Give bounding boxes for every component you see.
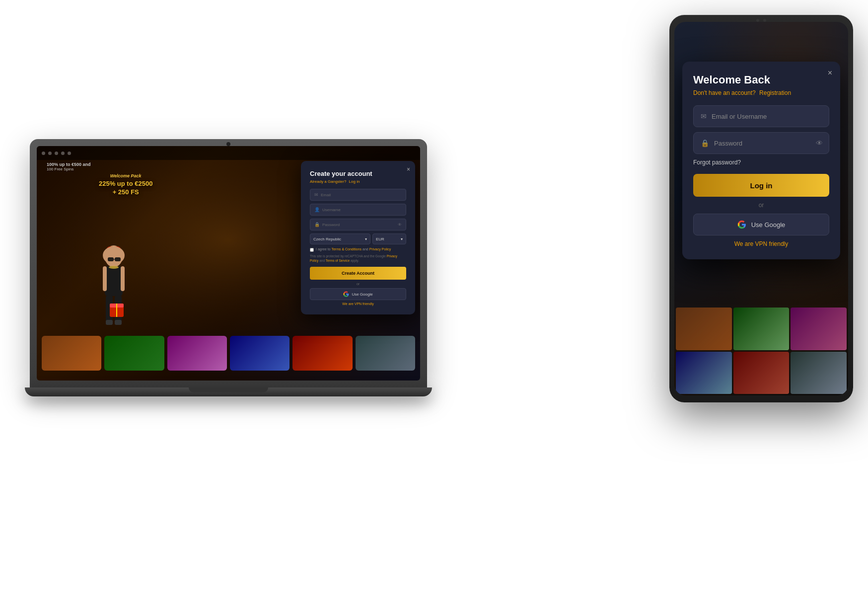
tablet-register-link[interactable]: Registration bbox=[759, 89, 791, 96]
terms-checkbox[interactable] bbox=[310, 248, 314, 252]
banner-line1: 100% up to €500 and bbox=[47, 162, 91, 167]
svg-rect-4 bbox=[103, 266, 107, 291]
svg-rect-8 bbox=[106, 320, 113, 325]
dont-have-account-text: Don't have an account? bbox=[693, 89, 756, 96]
game-thumb-5 bbox=[292, 336, 352, 371]
tablet-password-input[interactable]: 🔒 Password 👁 bbox=[693, 132, 829, 154]
tablet-screen: Welcome Back Don't have an account? Regi… bbox=[674, 22, 848, 395]
tablet-password-placeholder: Password bbox=[714, 140, 822, 147]
banner-line2: 100 Free Spins bbox=[47, 167, 91, 171]
character-svg bbox=[84, 241, 144, 341]
country-chevron-icon: ▾ bbox=[365, 237, 367, 241]
laptop-username-input[interactable]: 👤 Username bbox=[310, 204, 406, 216]
game-thumb-4 bbox=[230, 336, 289, 371]
laptop-email-input[interactable]: ✉ Email bbox=[310, 189, 406, 201]
laptop-or-divider: or bbox=[310, 282, 406, 286]
svg-rect-14 bbox=[108, 257, 114, 261]
laptop-recaptcha-notice: This site is protected by reCAPTCHA and … bbox=[310, 254, 406, 263]
welcome-pack-area: Welcome Pack 225% up to €2500+ 250 FS bbox=[99, 173, 152, 197]
svg-point-13 bbox=[109, 266, 119, 269]
already-text: Already a Gangster? bbox=[310, 179, 346, 184]
tablet-thumb-6 bbox=[791, 352, 847, 394]
tablet-thumb-5 bbox=[733, 352, 790, 394]
nav-dot-4 bbox=[61, 152, 65, 155]
nav-dot-2 bbox=[48, 152, 52, 155]
tablet-modal-close-button[interactable]: × bbox=[828, 69, 832, 77]
tablet-google-label: Use Google bbox=[751, 221, 786, 229]
tablet-google-logo-icon bbox=[737, 220, 746, 229]
tablet-thumb-4 bbox=[676, 352, 732, 394]
tablet-lock-icon: 🔒 bbox=[701, 139, 709, 147]
email-icon: ✉ bbox=[314, 192, 318, 197]
tablet-eye-icon[interactable]: 👁 bbox=[816, 139, 823, 147]
tablet-email-icon: ✉ bbox=[701, 112, 707, 120]
tablet-email-placeholder: Email or Username bbox=[712, 113, 767, 120]
nav-dot-5 bbox=[68, 152, 71, 155]
tablet-vpn-text: We are VPN friendly bbox=[693, 240, 829, 247]
laptop-character bbox=[84, 241, 144, 341]
laptop-vpn-text: We are VPN friendly bbox=[310, 302, 406, 306]
laptop-modal-title: Create your account bbox=[310, 170, 406, 177]
tablet-game-thumbs bbox=[674, 306, 848, 395]
laptop-google-button[interactable]: Use Google bbox=[310, 288, 406, 300]
currency-value: EUR bbox=[376, 237, 384, 241]
privacy-policy-link[interactable]: Privacy Policy bbox=[369, 247, 391, 251]
lock-icon: 🔒 bbox=[314, 222, 320, 227]
tablet-thumb-2 bbox=[733, 308, 790, 350]
tablet-google-button[interactable]: Use Google bbox=[693, 214, 829, 235]
svg-rect-9 bbox=[115, 320, 122, 325]
laptop-login-link[interactable]: Log in bbox=[349, 179, 360, 184]
tablet-device: Welcome Back Don't have an account? Regi… bbox=[669, 15, 853, 402]
tablet-modal-title: Welcome Back bbox=[693, 74, 829, 86]
laptop-modal-close-button[interactable]: × bbox=[407, 166, 410, 173]
welcome-pack-label: Welcome Pack bbox=[99, 173, 152, 178]
terms-text: I agree to Terms & Conditions and Privac… bbox=[316, 247, 391, 251]
tablet-modal-subtitle: Don't have an account? Registration bbox=[693, 89, 829, 96]
svg-rect-15 bbox=[115, 257, 121, 261]
nav-dot-3 bbox=[55, 152, 58, 155]
svg-point-2 bbox=[103, 246, 125, 264]
laptop-camera bbox=[226, 142, 230, 146]
email-placeholder: Email bbox=[321, 193, 331, 197]
laptop-password-input[interactable]: 🔒 Password 👁 bbox=[310, 219, 406, 231]
tablet-thumb-1 bbox=[676, 308, 732, 350]
game-thumb-3 bbox=[167, 336, 227, 371]
laptop-body: 100% up to €500 and 100 Free Spins Welco… bbox=[30, 139, 427, 387]
tablet-or-divider: or bbox=[693, 202, 829, 209]
google-logo-icon bbox=[343, 291, 349, 297]
currency-chevron-icon: ▾ bbox=[401, 237, 403, 241]
laptop-nav bbox=[37, 146, 420, 160]
tablet-thumb-3 bbox=[791, 308, 847, 350]
svg-rect-3 bbox=[105, 266, 123, 296]
laptop-modal-subtitle: Already a Gangster? Log in bbox=[310, 179, 406, 184]
laptop-country-currency-row: Czech Republic ▾ EUR ▾ bbox=[310, 233, 406, 244]
eye-icon[interactable]: 👁 bbox=[398, 223, 402, 227]
laptop-terms-row: I agree to Terms & Conditions and Privac… bbox=[310, 247, 406, 252]
laptop-google-label: Use Google bbox=[352, 292, 372, 297]
tablet-login-modal: Welcome Back Don't have an account? Regi… bbox=[682, 62, 840, 259]
create-account-button[interactable]: Create Account bbox=[310, 267, 406, 280]
laptop-create-account-modal: Create your account Already a Gangster? … bbox=[301, 161, 415, 314]
game-thumb-6 bbox=[356, 336, 415, 371]
laptop-device: 100% up to €500 and 100 Free Spins Welco… bbox=[30, 139, 427, 417]
tablet-body: Welcome Back Don't have an account? Regi… bbox=[669, 15, 853, 402]
user-icon: 👤 bbox=[314, 207, 320, 212]
tablet-login-button[interactable]: Log in bbox=[693, 174, 829, 197]
recaptcha-terms-link[interactable]: Terms of Service bbox=[326, 259, 350, 262]
laptop-banner: 100% up to €500 and 100 Free Spins bbox=[47, 162, 91, 171]
terms-conditions-link[interactable]: Terms & Conditions bbox=[331, 247, 362, 251]
country-value: Czech Republic bbox=[313, 237, 341, 241]
tablet-forgot-password[interactable]: Forgot password? bbox=[693, 159, 829, 166]
nav-dot-1 bbox=[42, 152, 45, 155]
laptop-currency-select[interactable]: EUR ▾ bbox=[372, 233, 406, 244]
game-thumb-1 bbox=[42, 336, 101, 371]
svg-rect-5 bbox=[121, 266, 125, 291]
laptop-screen: 100% up to €500 and 100 Free Spins Welco… bbox=[37, 146, 420, 381]
username-placeholder: Username bbox=[322, 208, 341, 212]
laptop-country-select[interactable]: Czech Republic ▾ bbox=[310, 233, 370, 244]
laptop-game-row bbox=[37, 336, 420, 371]
offer-text: 225% up to €2500+ 250 FS bbox=[99, 180, 152, 197]
laptop-base bbox=[25, 387, 432, 396]
tablet-email-input[interactable]: ✉ Email or Username bbox=[693, 105, 829, 127]
game-thumb-2 bbox=[104, 336, 164, 371]
